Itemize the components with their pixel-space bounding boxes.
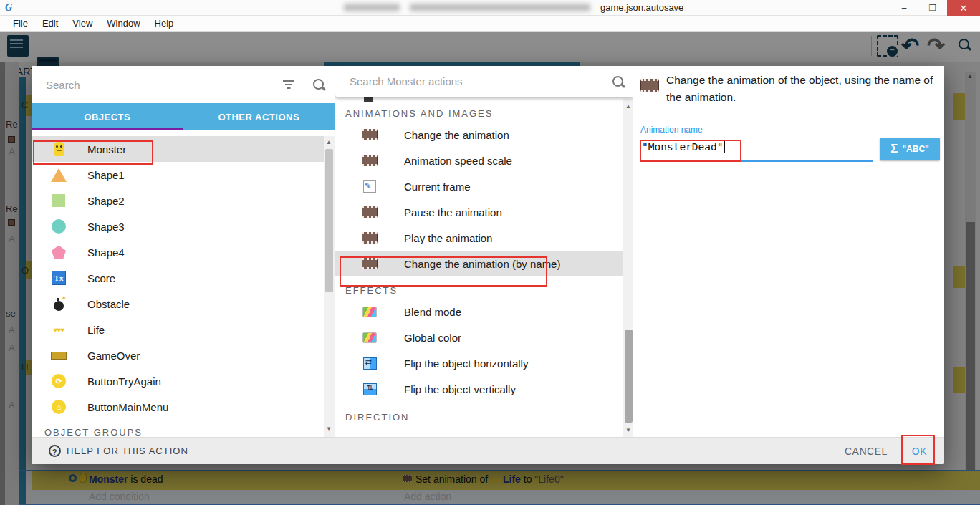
actions-panel: ANIMATIONS AND IMAGES Change the animati… — [335, 66, 633, 437]
object-groups-header: OBJECT GROUPS — [32, 420, 335, 437]
menu-file[interactable]: File — [6, 16, 35, 31]
action-label: Blend mode — [404, 306, 461, 318]
menu-help[interactable]: Help — [148, 16, 181, 31]
objects-scrollbar[interactable]: ▲ ▼ — [324, 136, 335, 437]
tab-objects[interactable]: OBJECTS — [32, 103, 183, 130]
film-strip-icon — [362, 258, 378, 269]
action-global-color[interactable]: Global color — [335, 324, 623, 350]
action-play-animation[interactable]: Play the animation — [335, 225, 623, 251]
object-item-shape1[interactable]: Shape1 — [32, 162, 335, 188]
film-strip-icon — [640, 79, 659, 92]
abc-label: "ABC" — [902, 144, 928, 154]
dialog-tabs: OBJECTS OTHER ACTIONS — [32, 103, 335, 130]
action-label: Change the animation (by name) — [404, 258, 560, 270]
flip-horizontal-icon — [363, 357, 377, 370]
square-icon — [52, 194, 65, 207]
object-item-monster[interactable]: Monster — [32, 136, 335, 162]
section-direction: DIRECTION — [335, 402, 623, 425]
expression-editor-button[interactable]: Σ "ABC" — [880, 138, 940, 160]
action-label: Play the animation — [404, 232, 492, 244]
section-effects: EFFECTS — [335, 276, 623, 299]
clipped-action-row — [364, 97, 373, 102]
search-icon[interactable] — [313, 79, 325, 90]
minimize-button[interactable]: – — [890, 0, 918, 16]
title-bar: G game.json.autosave – ❐ ✕ — [0, 0, 980, 16]
menu-bar: File Edit View Window Help — [0, 16, 980, 32]
action-label: Pause the animation — [404, 206, 502, 218]
action-flip-horizontally[interactable]: Flip the object horizontally — [335, 350, 623, 376]
film-strip-icon — [362, 206, 378, 218]
tab-other-actions[interactable]: OTHER ACTIONS — [183, 103, 335, 130]
circle-icon — [52, 219, 66, 234]
filter-icon[interactable] — [283, 80, 294, 89]
film-strip-icon — [362, 129, 378, 140]
animation-name-input[interactable]: "MonsterDead" — [642, 140, 725, 153]
object-item-shape4[interactable]: Shape4 — [32, 239, 335, 265]
object-label: Shape4 — [87, 246, 125, 259]
action-animation-speed-scale[interactable]: Animation speed scale — [335, 148, 623, 173]
menu-view[interactable]: View — [65, 16, 100, 31]
action-label: Animation speed scale — [404, 155, 512, 167]
window-title-area: game.json.autosave — [344, 2, 683, 13]
action-pause-animation[interactable]: Pause the animation — [335, 199, 623, 225]
object-search-input[interactable] — [46, 79, 283, 91]
input-underline — [640, 160, 873, 162]
animation-name-label: Animation name — [640, 125, 703, 135]
section-animations: ANIMATIONS AND IMAGES — [335, 97, 623, 122]
object-label: ButtonMainMenu — [87, 401, 168, 413]
text-caret — [724, 140, 725, 153]
ok-button[interactable]: OK — [912, 446, 927, 457]
sigma-icon: Σ — [890, 142, 898, 156]
object-item-shape3[interactable]: Shape3 — [32, 213, 335, 239]
global-color-icon — [362, 332, 377, 343]
object-item-score[interactable]: Tx Score — [32, 265, 335, 291]
pentagon-icon — [52, 246, 66, 259]
objects-list: Monster Shape1 Shape2 Shape3 Shape4 — [32, 130, 335, 437]
hearts-icon: ♥♥♥ — [54, 326, 64, 334]
restore-button[interactable]: ❐ — [918, 0, 947, 16]
menu-window[interactable]: Window — [100, 16, 147, 31]
object-item-buttonmainmenu[interactable]: ⌂ ButtonMainMenu — [32, 394, 335, 420]
help-label: HELP FOR THIS ACTION — [67, 446, 188, 456]
objects-panel: OBJECTS OTHER ACTIONS Monster Shape1 Sha… — [32, 66, 335, 437]
help-link[interactable]: ? HELP FOR THIS ACTION — [49, 445, 188, 457]
object-label: Shape3 — [87, 221, 125, 233]
action-label: Flip the object vertically — [404, 383, 516, 395]
choose-action-dialog: OBJECTS OTHER ACTIONS Monster Shape1 Sha… — [32, 66, 944, 464]
frame-icon — [363, 180, 376, 193]
action-label: Flip the object horizontally — [404, 357, 528, 370]
action-search-input[interactable] — [350, 75, 612, 87]
object-item-shape2[interactable]: Shape2 — [32, 188, 335, 213]
object-label: Score — [87, 272, 115, 284]
actions-list: ANIMATIONS AND IMAGES Change the animati… — [335, 97, 623, 425]
action-change-animation-by-name[interactable]: Change the animation (by name) — [335, 251, 623, 276]
actions-scrollbar[interactable]: ▲ ▼ — [623, 99, 633, 437]
action-description: Change the animation of the object, usin… — [666, 72, 950, 106]
redacted-title-segment — [344, 4, 400, 11]
object-item-buttontryagain[interactable]: ⟳ ButtonTryAgain — [32, 368, 335, 394]
object-label: Shape2 — [87, 195, 125, 207]
action-change-animation[interactable]: Change the animation — [335, 122, 623, 148]
search-icon[interactable] — [612, 76, 624, 87]
action-label: Global color — [404, 332, 461, 344]
action-search-row — [335, 66, 633, 97]
close-button[interactable]: ✕ — [947, 0, 980, 16]
object-label: Monster — [87, 143, 126, 155]
cancel-button[interactable]: CANCEL — [845, 446, 888, 457]
menu-edit[interactable]: Edit — [35, 16, 65, 31]
action-blend-mode[interactable]: Blend mode — [335, 299, 623, 324]
object-label: GameOver — [87, 350, 140, 362]
object-item-gameover[interactable]: GameOver — [32, 342, 335, 368]
film-strip-icon — [362, 155, 378, 166]
object-label: Shape1 — [87, 169, 125, 181]
action-flip-vertically[interactable]: Flip the object vertically — [335, 376, 623, 402]
film-strip-icon — [362, 232, 378, 244]
redacted-path-segment — [410, 4, 590, 11]
object-label: Life — [87, 324, 105, 336]
object-item-life[interactable]: ♥♥♥ Life — [32, 317, 335, 342]
dialog-footer: ? HELP FOR THIS ACTION CANCEL OK — [32, 437, 944, 464]
object-item-obstacle[interactable]: Obstacle — [32, 291, 335, 317]
triangle-icon — [51, 168, 67, 182]
question-mark-icon: ? — [49, 445, 61, 457]
action-current-frame[interactable]: Current frame — [335, 173, 623, 199]
